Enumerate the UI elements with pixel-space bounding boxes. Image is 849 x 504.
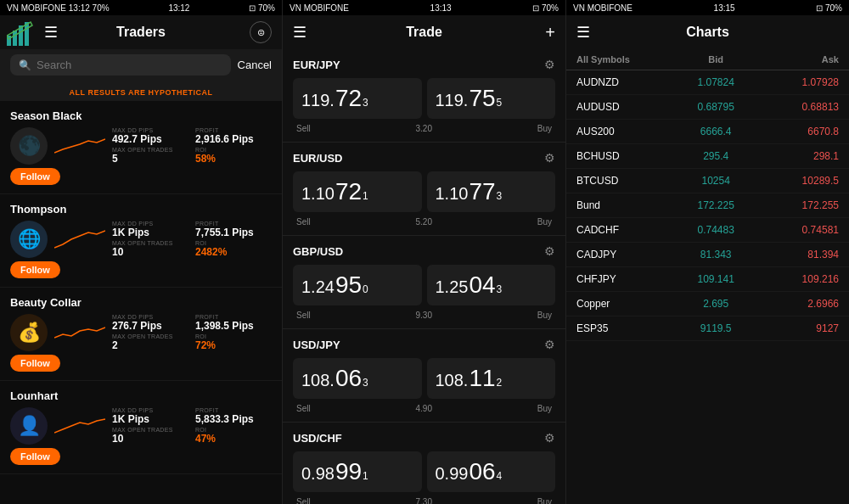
symbol-name: AUDNZD xyxy=(576,76,675,88)
sell-box[interactable]: 0.98 99 1 xyxy=(293,451,422,492)
bid-value: 2.695 xyxy=(675,298,757,310)
table-row[interactable]: AUS200 6666.4 6670.8 xyxy=(566,120,849,144)
pair-settings-icon[interactable]: ⚙ xyxy=(544,338,555,351)
status-bar-3: VN MOBIFONE 13:15 ⊡ 70% xyxy=(566,0,849,15)
buy-box[interactable]: 108. 11 2 xyxy=(427,358,556,399)
table-row[interactable]: BCHUSD 295.4 298.1 xyxy=(566,144,849,169)
charts-title: Charts xyxy=(686,25,729,40)
buy-box[interactable]: 1.10 77 3 xyxy=(427,171,556,212)
hamburger-icon-2[interactable]: ☰ xyxy=(293,23,306,42)
bid-value: 172.225 xyxy=(675,199,757,211)
table-row[interactable]: CADJPY 81.343 81.394 xyxy=(566,243,849,267)
hamburger-icon-3[interactable]: ☰ xyxy=(576,23,590,42)
sell-price-large: 72 xyxy=(335,85,362,112)
add-pair-button[interactable]: + xyxy=(545,23,555,42)
search-icon: 🔍 xyxy=(19,59,31,71)
search-input-wrapper: 🔍 xyxy=(10,54,231,76)
follow-button[interactable]: Follow xyxy=(10,168,60,185)
table-row[interactable]: BTCUSD 10254 10289.5 xyxy=(566,169,849,193)
buy-price-sup: 2 xyxy=(497,378,503,388)
trader-name: Lounhart xyxy=(10,389,272,402)
bid-value: 0.74483 xyxy=(675,224,757,236)
table-row[interactable]: CHFJPY 109.141 109.216 xyxy=(566,267,849,292)
mini-chart xyxy=(54,134,105,158)
svg-rect-1 xyxy=(13,31,17,46)
all-symbols-header[interactable]: All Symbols xyxy=(576,54,675,64)
mini-chart xyxy=(54,321,105,344)
symbol-name: CADJPY xyxy=(576,249,675,260)
sell-box[interactable]: 119. 72 3 xyxy=(293,78,422,119)
traders-list: Season Black 🌑 MAX DD PIPS 492.7 Pips PR… xyxy=(0,101,282,504)
list-item: GBP/USD ⚙ 1.24 95 0 1.25 04 3 Sell 9.30 … xyxy=(283,236,565,329)
stat-label: PROFIT xyxy=(195,221,272,227)
buy-box[interactable]: 0.99 06 4 xyxy=(427,451,556,492)
sell-price-sup: 0 xyxy=(363,284,368,294)
sell-price-main: 119. xyxy=(301,91,335,110)
table-row[interactable]: CADCHF 0.74483 0.74581 xyxy=(566,218,849,243)
buy-price-main: 1.25 xyxy=(436,277,469,297)
table-row[interactable]: AUDNZD 1.07824 1.07928 xyxy=(566,70,849,95)
buy-price-main: 1.10 xyxy=(436,184,469,204)
pair-name: USD/JPY xyxy=(293,339,340,351)
bid-value: 6666.4 xyxy=(675,126,757,137)
traders-title: Traders xyxy=(116,25,166,40)
spread-value: 9.30 xyxy=(415,311,431,320)
sell-box[interactable]: 1.10 72 1 xyxy=(293,171,422,212)
stat-label: ROI xyxy=(195,147,272,153)
stat-value: 2,916.6 Pips xyxy=(195,133,272,145)
cancel-button[interactable]: Cancel xyxy=(238,59,272,71)
list-item: USD/JPY ⚙ 108. 06 3 108. 11 2 Sell 4.90 … xyxy=(283,329,565,423)
pair-settings-icon[interactable]: ⚙ xyxy=(544,151,555,165)
sell-box[interactable]: 1.24 95 0 xyxy=(293,265,422,305)
follow-button[interactable]: Follow xyxy=(10,448,60,465)
table-row[interactable]: Copper 2.695 2.6966 xyxy=(566,292,849,316)
sell-box[interactable]: 108. 06 3 xyxy=(293,358,422,399)
trader-name: Season Black xyxy=(10,109,272,122)
trade-panel: VN MOBIFONE 13:13 ⊡ 70% ☰ Trade + EUR/JP… xyxy=(283,0,566,504)
pair-settings-icon[interactable]: ⚙ xyxy=(544,431,555,445)
buy-price-large: 77 xyxy=(469,178,495,205)
pair-name: GBP/USD xyxy=(293,245,343,258)
list-item: USD/CHF ⚙ 0.98 99 1 0.99 06 4 Sell 7.30 … xyxy=(283,423,565,504)
stat-value: 2 xyxy=(112,339,188,351)
filter-icon[interactable]: ⊜ xyxy=(250,21,272,43)
pair-settings-icon[interactable]: ⚙ xyxy=(544,244,555,258)
search-input[interactable] xyxy=(37,59,222,71)
hamburger-icon[interactable]: ☰ xyxy=(44,23,58,42)
table-row[interactable]: ESP35 9119.5 9127 xyxy=(566,316,849,341)
logo-icon xyxy=(7,19,39,46)
follow-button[interactable]: Follow xyxy=(10,261,60,278)
hypothetical-text: ALL RESULTS ARE HYPOTHETICAL xyxy=(70,88,213,97)
pair-settings-icon[interactable]: ⚙ xyxy=(544,58,555,71)
stat-value: 276.7 Pips xyxy=(112,320,188,332)
symbol-name: ESP35 xyxy=(576,322,675,334)
bid-value: 1.07824 xyxy=(675,76,757,88)
follow-button[interactable]: Follow xyxy=(10,355,60,372)
symbol-name: AUS200 xyxy=(576,126,675,137)
table-row[interactable]: Bund 172.225 172.255 xyxy=(566,193,849,218)
table-row[interactable]: AUDUSD 0.68795 0.68813 xyxy=(566,95,849,120)
stat-label: ROI xyxy=(195,240,272,246)
stat-label: PROFIT xyxy=(195,127,272,133)
list-item: EUR/USD ⚙ 1.10 72 1 1.10 77 3 Sell 5.20 … xyxy=(283,143,565,236)
stat-value: 47% xyxy=(195,433,272,445)
traders-panel: VN MOBIFONE 13:12 70% 13:12 ⊡ 70% ☰ Trad… xyxy=(0,0,283,504)
sell-price-sup: 1 xyxy=(363,471,368,481)
charts-column-headers: All Symbols Bid Ask xyxy=(566,49,849,70)
buy-label: Buy xyxy=(537,124,552,133)
buy-box[interactable]: 119. 75 5 xyxy=(427,78,556,119)
bid-value: 9119.5 xyxy=(675,322,757,334)
sell-price-large: 95 xyxy=(335,272,362,299)
status-bar-1: VN MOBIFONE 13:12 70% 13:12 ⊡ 70% xyxy=(0,0,282,15)
stat-value: 10 xyxy=(112,433,188,445)
buy-box[interactable]: 1.25 04 3 xyxy=(427,265,556,305)
buy-price-large: 75 xyxy=(469,85,495,112)
time-1: 13:12 xyxy=(168,3,189,13)
stat-label: ROI xyxy=(195,333,272,339)
avatar: 🌐 xyxy=(10,221,48,258)
carrier-3: VN MOBIFONE xyxy=(573,3,633,13)
symbol-name: CADCHF xyxy=(576,224,675,236)
traders-header: ☰ Traders ⊜ xyxy=(0,15,282,49)
buy-price-main: 108. xyxy=(436,371,469,390)
stat-value: 5,833.3 Pips xyxy=(195,413,272,425)
